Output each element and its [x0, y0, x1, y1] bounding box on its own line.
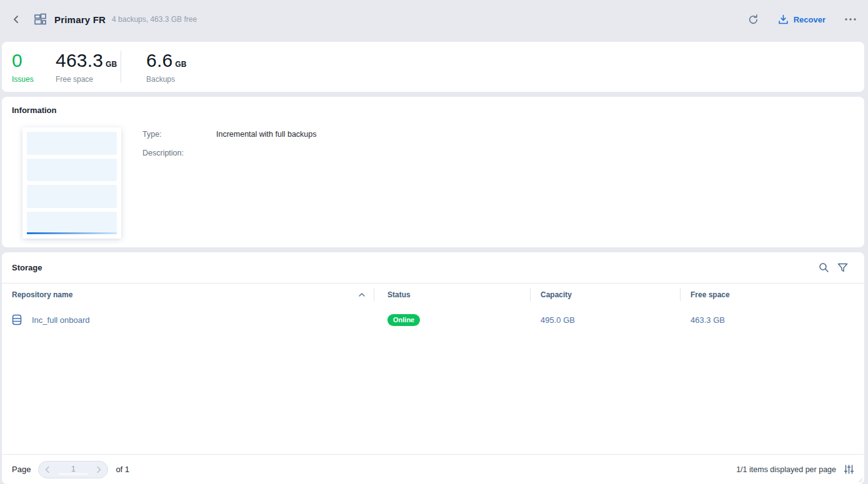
pagination-footer: Page of 1 1/1 items displayed per page [2, 454, 864, 484]
column-capacity[interactable]: Capacity [530, 290, 680, 299]
thumbnail-block [27, 159, 117, 182]
refresh-icon [747, 14, 759, 26]
status-header-label: Status [387, 290, 411, 299]
stat-backups-top: 6.6 GB [146, 51, 186, 71]
filter-button[interactable] [833, 263, 852, 273]
of-pages-label: of 1 [116, 465, 129, 474]
capacity-header-label: Capacity [541, 290, 572, 299]
filter-icon [837, 263, 848, 273]
capacity-cell: 495.0 GB [530, 314, 680, 325]
resize-grip[interactable] [857, 477, 863, 483]
description-label: Description: [142, 149, 216, 157]
free-space-label: Free space [56, 75, 109, 84]
ellipsis-icon [844, 17, 857, 21]
stat-issues-top: 0 [12, 51, 56, 71]
more-actions-button[interactable] [844, 17, 857, 21]
recover-label: Recover [794, 15, 826, 24]
page-label: Page [12, 465, 31, 474]
storage-blocks-icon [34, 13, 47, 26]
page: Primary FR 4 backups, 463.3 GB free Reco… [0, 0, 868, 484]
column-settings-button[interactable] [844, 464, 854, 475]
backup-type-thumbnail [22, 127, 121, 239]
status-cell: Online [374, 314, 530, 326]
page-title: Primary FR [54, 14, 106, 25]
information-card: Information Type: Incremental with full … [2, 97, 864, 247]
column-repository-name[interactable]: Repository name [2, 290, 374, 299]
search-button[interactable] [814, 262, 833, 273]
free-space-header-label: Free space [691, 290, 730, 299]
table-header-row: Repository name Status Capacity Free spa… [2, 284, 864, 305]
refresh-button[interactable] [747, 14, 759, 26]
field-type: Type: Incremental with full backups [142, 130, 317, 139]
recover-button[interactable]: Recover [778, 14, 826, 25]
stat-issues: 0 Issues [12, 51, 56, 84]
page-navigator [38, 461, 108, 478]
chevron-left-icon [12, 15, 21, 24]
stat-free-space: 463.3 GB Free space [56, 51, 109, 84]
chevron-right-icon [96, 466, 102, 473]
free-space-value: 463.3 [56, 51, 103, 71]
type-value: Incremental with full backups [216, 130, 317, 139]
recover-download-icon [778, 14, 789, 25]
storage-header: Storage [2, 252, 864, 284]
page-subtitle: 4 backups, 463.3 GB free [112, 15, 197, 24]
top-header: Primary FR 4 backups, 463.3 GB free Reco… [0, 0, 868, 39]
storage-heading: Storage [12, 263, 814, 272]
free-space-unit: GB [106, 60, 117, 69]
information-body: Type: Incremental with full backups Desc… [22, 127, 854, 239]
issues-label: Issues [12, 75, 56, 84]
type-label: Type: [142, 130, 216, 139]
previous-page-button[interactable] [44, 466, 50, 473]
status-badge: Online [387, 314, 420, 326]
header-actions: Recover [747, 14, 857, 26]
chevron-left-icon [44, 466, 50, 473]
backups-unit: GB [175, 60, 186, 69]
issues-count: 0 [12, 51, 22, 71]
stat-backups: 6.6 GB Backups [146, 51, 186, 84]
search-icon [819, 262, 829, 273]
information-fields: Type: Incremental with full backups Desc… [142, 127, 317, 239]
page-number-input[interactable] [59, 464, 87, 475]
thumbnail-block-active [27, 212, 117, 235]
column-free-space[interactable]: Free space [680, 290, 864, 299]
summary-stats-card: 0 Issues 463.3 GB Free space 6.6 GB Back… [2, 42, 864, 92]
repository-link[interactable]: Inc_full onboard [32, 315, 90, 325]
capacity-value: 495.0 GB [541, 315, 575, 325]
footer-right: 1/1 items displayed per page [736, 464, 854, 475]
stat-free-space-top: 463.3 GB [56, 51, 109, 71]
field-description: Description: [142, 149, 317, 157]
table-row[interactable]: Inc_full onboard Online 495.0 GB 463.3 G… [2, 305, 864, 334]
backups-label: Backups [146, 75, 186, 84]
free-space-cell: 463.3 GB [680, 314, 864, 325]
free-space-value: 463.3 GB [691, 315, 725, 325]
thumbnail-block [27, 185, 117, 208]
items-displayed-text: 1/1 items displayed per page [736, 465, 836, 474]
thumbnail-block [27, 132, 117, 155]
repository-name-header-label: Repository name [12, 290, 72, 299]
next-page-button[interactable] [96, 466, 102, 473]
stats-divider [121, 51, 121, 83]
back-button[interactable] [7, 11, 25, 28]
storage-card: Storage Repository name St [2, 252, 864, 484]
column-status[interactable]: Status [374, 290, 530, 299]
table-empty-area [2, 334, 864, 454]
backups-value: 6.6 [146, 51, 172, 71]
database-icon [12, 314, 22, 325]
repository-name-cell: Inc_full onboard [2, 314, 374, 325]
column-settings-icon [844, 464, 854, 475]
sort-ascending-icon [359, 293, 365, 297]
information-heading: Information [12, 106, 854, 115]
